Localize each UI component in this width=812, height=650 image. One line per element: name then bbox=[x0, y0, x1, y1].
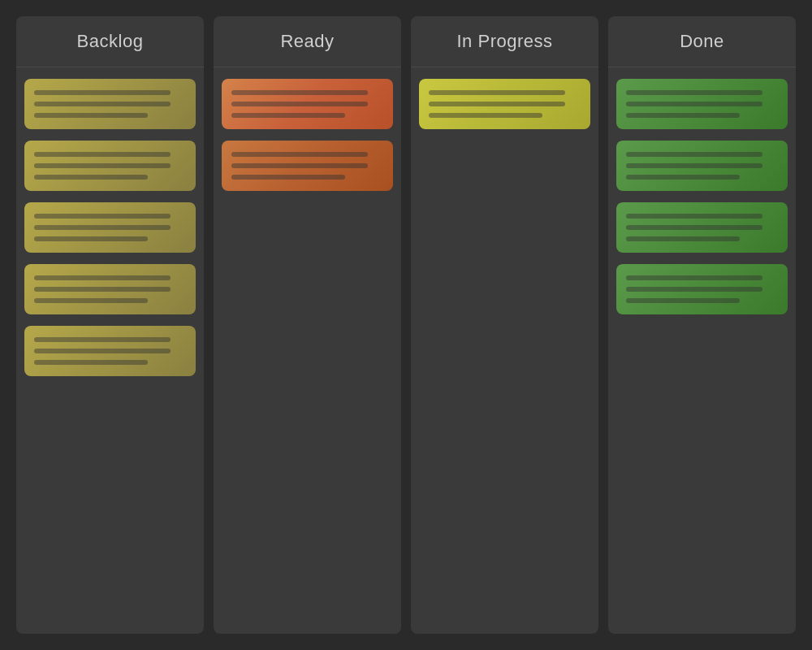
card-done-2[interactable] bbox=[616, 141, 788, 191]
card-line bbox=[231, 90, 368, 95]
card-line bbox=[34, 236, 148, 241]
card-line bbox=[626, 225, 762, 230]
card-line bbox=[34, 225, 171, 230]
card-ready-2[interactable] bbox=[222, 141, 393, 191]
card-line bbox=[626, 236, 740, 241]
card-line bbox=[626, 275, 762, 280]
card-line bbox=[626, 175, 740, 180]
card-line bbox=[34, 163, 171, 168]
card-line bbox=[34, 287, 171, 292]
card-line bbox=[626, 163, 762, 168]
card-backlog-1[interactable] bbox=[24, 79, 196, 129]
card-backlog-5[interactable] bbox=[24, 326, 196, 376]
column-body-ready bbox=[214, 67, 401, 634]
column-body-backlog bbox=[16, 67, 204, 634]
card-line bbox=[231, 175, 345, 180]
card-line bbox=[34, 214, 171, 219]
card-line bbox=[626, 152, 762, 157]
column-header-inprogress: In Progress bbox=[411, 16, 598, 67]
card-line bbox=[231, 102, 368, 106]
card-line bbox=[34, 175, 148, 180]
card-line bbox=[34, 113, 148, 118]
column-inprogress: In Progress bbox=[411, 16, 598, 634]
card-backlog-3[interactable] bbox=[24, 202, 196, 253]
card-line bbox=[34, 337, 171, 342]
card-line bbox=[626, 214, 762, 219]
column-body-done bbox=[608, 67, 796, 634]
card-line bbox=[429, 113, 542, 118]
column-backlog: Backlog bbox=[16, 16, 204, 634]
card-backlog-4[interactable] bbox=[24, 264, 196, 314]
card-line bbox=[34, 152, 171, 157]
column-done: Done bbox=[608, 16, 796, 634]
card-line bbox=[626, 113, 740, 118]
column-header-ready: Ready bbox=[214, 16, 401, 67]
card-line bbox=[231, 113, 345, 118]
card-inprogress-1[interactable] bbox=[419, 79, 590, 129]
column-header-backlog: Backlog bbox=[16, 16, 204, 67]
card-line bbox=[231, 163, 368, 168]
column-body-inprogress bbox=[411, 67, 598, 634]
card-done-1[interactable] bbox=[616, 79, 788, 129]
column-header-done: Done bbox=[608, 16, 796, 67]
column-ready: Ready bbox=[214, 16, 401, 634]
card-line bbox=[34, 360, 148, 365]
card-ready-1[interactable] bbox=[222, 79, 393, 129]
card-done-4[interactable] bbox=[616, 264, 788, 314]
card-line bbox=[626, 102, 762, 106]
card-line bbox=[231, 152, 368, 157]
card-line bbox=[626, 298, 740, 303]
card-line bbox=[34, 275, 171, 280]
card-line bbox=[34, 298, 148, 303]
card-line bbox=[429, 102, 565, 106]
card-line bbox=[34, 90, 171, 95]
card-line bbox=[34, 102, 171, 106]
card-line bbox=[34, 349, 171, 353]
card-line bbox=[429, 90, 565, 95]
card-backlog-2[interactable] bbox=[24, 141, 196, 191]
card-line bbox=[626, 287, 762, 292]
kanban-board: Backlog bbox=[0, 0, 812, 650]
card-done-3[interactable] bbox=[616, 202, 788, 253]
card-line bbox=[626, 90, 762, 95]
